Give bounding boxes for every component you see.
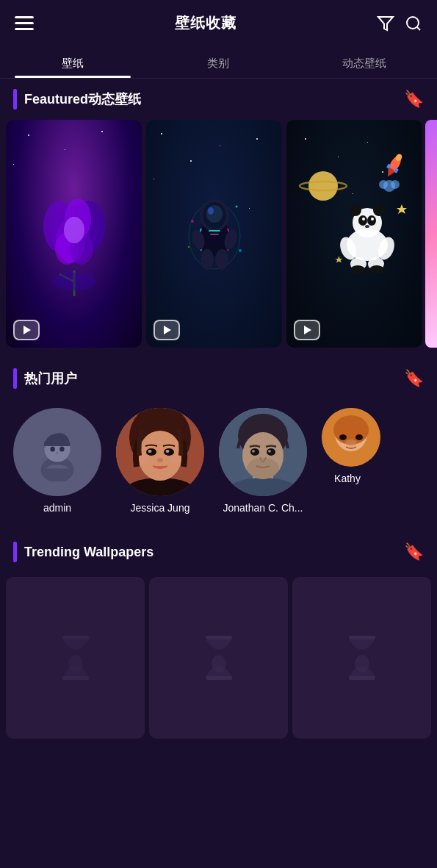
svg-line-5	[417, 26, 420, 29]
menu-button[interactable]	[15, 16, 34, 31]
svg-point-54	[350, 265, 365, 274]
svg-point-71	[56, 452, 58, 455]
users-row: admin	[0, 399, 437, 528]
svg-point-102	[68, 655, 83, 672]
bookmark-icon-3: 🔖	[404, 542, 424, 562]
user-avatar-jonathan	[219, 408, 307, 496]
user-item-jessica[interactable]: Jessica Jung	[109, 408, 212, 514]
user-item-jonathan[interactable]: Jonathan C. Ch...	[212, 408, 314, 514]
play-button-2[interactable]	[154, 320, 180, 340]
featured-title: Feautured动态壁纸	[24, 90, 141, 108]
svg-rect-107	[349, 676, 375, 680]
section-accent-3	[13, 542, 17, 562]
wallpaper-card-2[interactable]	[146, 120, 282, 348]
panda-space-visual	[286, 120, 422, 348]
search-button[interactable]	[405, 15, 422, 32]
play-icon	[162, 325, 172, 335]
search-icon	[405, 15, 422, 32]
svg-point-39	[308, 171, 338, 201]
svg-point-48	[371, 218, 374, 220]
tab-category[interactable]: 类别	[145, 46, 291, 78]
svg-point-34	[191, 220, 194, 223]
svg-point-77	[138, 455, 150, 464]
svg-marker-66	[304, 326, 311, 334]
wallpaper-card-4[interactable]	[425, 120, 437, 348]
svg-point-64	[379, 180, 388, 189]
jonathan-face	[219, 408, 307, 496]
user-item-admin[interactable]: admin	[6, 408, 109, 514]
user-avatar-jessica	[116, 408, 204, 496]
svg-point-47	[362, 218, 365, 220]
svg-point-83	[157, 458, 163, 462]
svg-point-45	[358, 215, 367, 226]
wallpaper-card-3[interactable]	[286, 120, 422, 348]
kathy-face	[322, 408, 380, 467]
svg-point-30	[201, 249, 214, 270]
svg-point-69	[50, 446, 54, 451]
header-actions	[377, 15, 422, 32]
svg-marker-3	[378, 17, 393, 30]
user-name-kathy: Kathy	[334, 473, 361, 484]
svg-point-36	[188, 246, 189, 248]
featured-cards-row	[0, 120, 437, 352]
svg-rect-104	[206, 676, 232, 680]
svg-point-55	[369, 265, 384, 274]
svg-point-49	[365, 225, 369, 228]
svg-rect-1	[15, 22, 34, 24]
svg-point-99	[345, 440, 357, 447]
play-button-3[interactable]	[294, 320, 320, 340]
svg-point-93	[268, 450, 271, 453]
svg-point-70	[59, 446, 64, 451]
svg-rect-103	[206, 636, 232, 639]
svg-point-82	[166, 450, 170, 453]
svg-point-46	[367, 215, 376, 226]
user-name-jessica: Jessica Jung	[131, 502, 190, 514]
svg-marker-20	[24, 326, 31, 334]
svg-rect-2	[15, 28, 34, 30]
bookmark-icon: 🔖	[404, 90, 424, 109]
trending-card-2[interactable]	[149, 577, 288, 739]
popular-users-title: 热门用户	[24, 370, 77, 387]
svg-point-91	[267, 448, 275, 456]
svg-point-43	[350, 204, 361, 216]
svg-rect-0	[15, 16, 34, 18]
svg-point-105	[212, 655, 226, 672]
user-name-jonathan: Jonathan C. Ch...	[223, 502, 303, 514]
hourglass-icon-1	[59, 636, 92, 680]
svg-point-37	[239, 249, 242, 252]
trending-section-header: Trending Wallpapers 🔖	[0, 531, 437, 573]
wallpaper-card-1[interactable]	[6, 120, 142, 348]
tab-live-wallpaper[interactable]: 动态壁纸	[292, 46, 437, 78]
section-accent	[13, 89, 17, 110]
tab-wallpaper[interactable]: 壁纸	[0, 46, 145, 78]
jessica-face	[116, 408, 204, 496]
svg-point-15	[64, 217, 84, 243]
svg-point-90	[250, 448, 259, 456]
rose-visual	[30, 168, 118, 300]
svg-marker-56	[397, 204, 407, 214]
featured-section-header: Feautured动态壁纸 🔖	[0, 79, 437, 120]
svg-rect-106	[349, 636, 375, 639]
svg-point-108	[355, 655, 369, 672]
filter-button[interactable]	[377, 15, 394, 32]
user-name-admin: admin	[43, 502, 71, 514]
svg-point-44	[373, 204, 385, 216]
svg-point-81	[148, 450, 152, 453]
svg-marker-38	[164, 326, 171, 334]
svg-point-97	[339, 434, 347, 440]
trending-title: Trending Wallpapers	[24, 545, 154, 560]
filter-icon	[377, 15, 394, 32]
play-button-1[interactable]	[13, 320, 40, 340]
user-avatar-kathy	[322, 408, 380, 467]
astronaut-visual	[178, 177, 251, 280]
trending-card-3[interactable]	[292, 577, 431, 739]
popular-users-section-header: 热门用户 🔖	[0, 358, 437, 399]
user-avatar-admin	[13, 408, 101, 496]
svg-point-27	[208, 207, 214, 215]
user-item-kathy[interactable]: Kathy	[314, 408, 380, 514]
trending-card-1[interactable]	[6, 577, 145, 739]
trending-cards-row	[0, 573, 437, 753]
admin-figure	[28, 423, 87, 481]
tab-bar: 壁纸 类别 动态壁纸	[0, 46, 437, 79]
svg-point-26	[206, 205, 223, 223]
